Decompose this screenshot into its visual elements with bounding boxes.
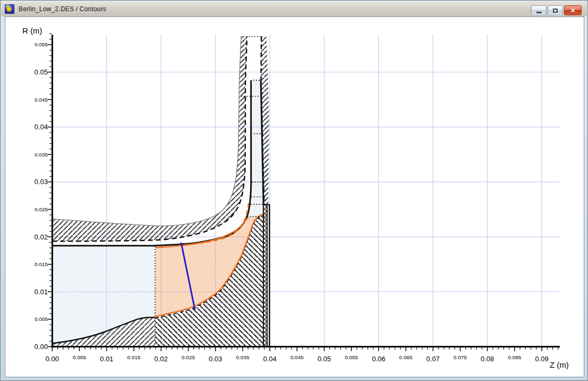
y-tick-label: 0.015: [35, 261, 48, 267]
x-tick-label: 0.05: [318, 355, 331, 363]
y-tick-label: 0.03: [35, 178, 48, 186]
x-tick-label: 0.075: [453, 354, 467, 360]
x-tick-label: 0.07: [426, 355, 440, 363]
x-tick-label: 0.00: [46, 355, 59, 363]
x-tick-label: 0.045: [291, 354, 304, 360]
y-tick-label: 0.04: [35, 123, 48, 131]
edge-focus-electrode-outer: [52, 36, 241, 226]
plot-canvas[interactable]: 0.000.0050.010.0150.020.0250.030.0350.04…: [5, 17, 584, 377]
gear-icon: ✺: [6, 5, 12, 13]
y-tick-label: 0.005: [35, 316, 48, 322]
maximize-button[interactable]: [548, 5, 563, 15]
close-button[interactable]: ✕: [564, 5, 582, 15]
y-tick-label: 0.035: [35, 152, 48, 158]
y-tick-label: 0.055: [35, 42, 48, 47]
y-tick-label: 0.045: [35, 97, 48, 103]
y-axis-title: R (m): [22, 26, 42, 35]
y-tick-label: 0.025: [35, 206, 48, 212]
x-tick-label: 0.03: [209, 355, 222, 363]
titlebar[interactable]: ✺ ✺ Berlin_Low_2.DES / Contours ✕: [1, 1, 587, 16]
window-title: Berlin_Low_2.DES / Contours: [19, 5, 106, 13]
x-axis-title: Z (m): [550, 360, 569, 369]
window-controls: ✕: [531, 5, 582, 15]
x-tick-label: 0.025: [181, 354, 195, 360]
close-icon: ✕: [570, 7, 575, 14]
contour-focus-electrode-dashed: [52, 36, 247, 241]
x-tick-label: 0.035: [236, 354, 249, 360]
region-focus-electrode: [52, 36, 247, 241]
x-tick-label: 0.065: [399, 354, 412, 360]
x-tick-label: 0.02: [154, 355, 168, 363]
app-window: ✺ ✺ Berlin_Low_2.DES / Contours ✕: [0, 0, 588, 381]
y-tick-label: 0.00: [35, 343, 48, 351]
y-tick-label: 0.02: [35, 233, 48, 241]
plot-client-area: 0.000.0050.010.0150.020.0250.030.0350.04…: [5, 16, 584, 377]
maximize-icon: [553, 9, 558, 13]
x-tick-label: 0.09: [535, 355, 549, 363]
x-tick-label: 0.085: [508, 354, 521, 360]
x-tick-label: 0.005: [73, 354, 86, 360]
x-tick-label: 0.08: [481, 355, 494, 363]
minimize-icon: [536, 12, 542, 13]
x-tick-label: 0.015: [127, 354, 140, 360]
x-tick-label: 0.01: [100, 355, 113, 363]
y-tick-label: 0.05: [35, 68, 48, 76]
x-tick-label: 0.055: [345, 354, 358, 360]
app-icon: ✺ ✺: [5, 4, 14, 14]
y-tick-label: 0.01: [35, 288, 48, 296]
minimize-button[interactable]: [531, 5, 546, 15]
x-tick-label: 0.06: [372, 355, 385, 363]
x-tick-label: 0.04: [263, 355, 276, 363]
